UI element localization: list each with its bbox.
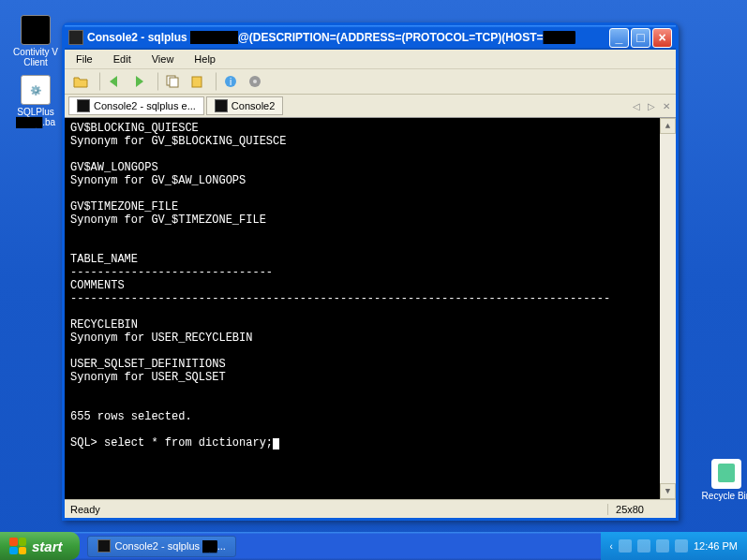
svg-rect-1	[170, 78, 178, 87]
copy-icon[interactable]	[162, 72, 183, 91]
system-tray[interactable]: ‹ 12:46 PM	[601, 532, 747, 560]
start-label: start	[32, 538, 63, 554]
separator	[153, 72, 158, 91]
terminal-scrollbar[interactable]: ▲ ▼	[660, 118, 676, 499]
sqlplus-icon: ⚙️	[21, 75, 51, 105]
close-button[interactable]: ×	[652, 28, 672, 48]
taskbar-item-console2[interactable]: Console2 - sqlplus ██...	[87, 536, 236, 557]
menu-file[interactable]: File	[70, 52, 98, 66]
system-clock[interactable]: 12:46 PM	[694, 540, 738, 552]
arrow-right-icon[interactable]	[128, 72, 149, 91]
menu-edit[interactable]: Edit	[108, 52, 137, 66]
info-icon[interactable]: i	[220, 72, 241, 91]
task-label: Console2 - sqlplus ██...	[115, 540, 226, 552]
tab-icon	[215, 99, 228, 112]
contivity-icon	[21, 15, 51, 45]
window-titlebar[interactable]: Console2 - sqlplus ██████@(DESCRIPTION=(…	[65, 25, 676, 50]
tab-inactive[interactable]: Console2	[206, 96, 283, 115]
tab-label: Console2	[232, 100, 275, 111]
svg-text:i: i	[230, 77, 232, 87]
separator	[95, 72, 100, 91]
start-button[interactable]: start	[0, 532, 80, 560]
app-icon	[68, 30, 83, 45]
tray-icon[interactable]	[656, 539, 669, 553]
tab-bar: Console2 - sqlplus e... Console2 ◁ ▷ ✕	[65, 95, 676, 118]
desktop-icon-sqlplus[interactable]: ⚙️ SQLPlus ████.ba	[7, 75, 64, 127]
tab-active[interactable]: Console2 - sqlplus e...	[68, 96, 204, 115]
tray-icon[interactable]	[637, 539, 650, 553]
tab-close-icon[interactable]: ✕	[661, 101, 672, 111]
task-app-icon	[97, 539, 111, 553]
paste-icon[interactable]	[187, 72, 207, 91]
tray-expand-icon[interactable]: ‹	[610, 541, 613, 552]
tab-icon	[77, 99, 90, 112]
status-text: Ready	[70, 504, 607, 515]
svg-point-6	[253, 80, 257, 83]
scroll-down-icon[interactable]: ▼	[660, 483, 676, 499]
icon-label: Contivity V Client	[7, 47, 64, 67]
tray-icon[interactable]	[619, 539, 632, 553]
tab-label: Console2 - sqlplus e...	[94, 100, 196, 111]
tab-prev-icon[interactable]: ◁	[631, 101, 642, 111]
scroll-track[interactable]	[660, 134, 676, 483]
terminal-prompt: SQL> select * from dictionary;	[70, 436, 273, 449]
desktop-icon-contivity[interactable]: Contivity V Client	[7, 15, 64, 67]
windows-logo-icon	[9, 538, 26, 554]
menu-view[interactable]: View	[146, 52, 180, 66]
separator	[211, 72, 217, 91]
cursor	[273, 438, 279, 449]
console2-window: Console2 - sqlplus ██████@(DESCRIPTION=(…	[62, 22, 679, 521]
menu-help[interactable]: Help	[188, 52, 221, 66]
menu-bar: File Edit View Help	[65, 50, 676, 69]
window-title: Console2 - sqlplus ██████@(DESCRIPTION=(…	[87, 31, 609, 44]
minimize-button[interactable]: _	[609, 28, 629, 48]
taskbar: start Console2 - sqlplus ██... ‹ 12:46 P…	[0, 532, 747, 560]
tab-next-icon[interactable]: ▷	[646, 101, 657, 111]
terminal-output[interactable]: GV$BLOCKING_QUIESCE Synonym for GV_$BLOC…	[65, 118, 676, 499]
icon-label: SQLPlus ████.ba	[7, 107, 64, 127]
settings-icon[interactable]	[245, 72, 265, 91]
arrow-left-icon[interactable]	[104, 72, 125, 91]
tray-icon[interactable]	[675, 539, 688, 553]
icon-label: Recycle Bin	[698, 491, 747, 501]
scroll-up-icon[interactable]: ▲	[660, 118, 676, 134]
maximize-button[interactable]: □	[631, 28, 650, 48]
svg-rect-2	[192, 77, 202, 87]
desktop-icon-recycle-bin[interactable]: Recycle Bin	[698, 459, 747, 501]
recycle-bin-icon	[711, 459, 741, 489]
open-tool-icon[interactable]	[70, 72, 91, 91]
toolbar: i	[65, 69, 676, 95]
terminal-text: GV$BLOCKING_QUIESCE Synonym for GV_$BLOC…	[70, 122, 610, 423]
status-dimensions: 25x80	[607, 504, 651, 515]
status-bar: Ready 25x80	[65, 499, 676, 518]
